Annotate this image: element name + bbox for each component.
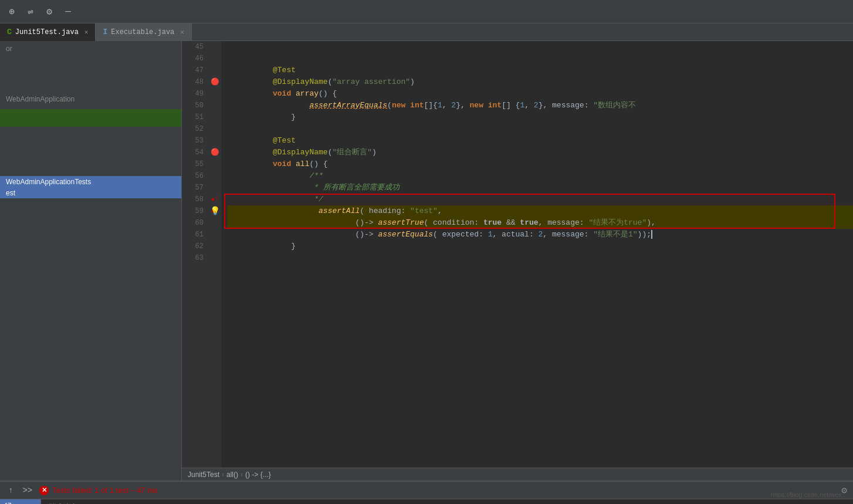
breakpoint-54[interactable]: 🔴 bbox=[208, 147, 221, 158]
tab-junit5test[interactable]: C Junit5Test.java ✕ bbox=[0, 23, 96, 41]
ln-48: 48 bbox=[182, 76, 204, 88]
code-line-63 bbox=[227, 252, 853, 264]
nav-up-button[interactable]: ↑ bbox=[6, 485, 15, 496]
ln-56: 56 bbox=[182, 170, 204, 182]
app-label: WebAdminApplication bbox=[0, 92, 181, 107]
breadcrumb-class: Junit5Test bbox=[188, 471, 219, 479]
code-line-52: @Test bbox=[227, 123, 853, 135]
tab-c-icon: C bbox=[7, 28, 12, 36]
code-line-58: assertAll( heading: "test", bbox=[227, 194, 853, 205]
selected-test[interactable]: est bbox=[0, 188, 181, 198]
tab-junit5test-close[interactable]: ✕ bbox=[84, 28, 89, 36]
breadcrumb-sep-2: › bbox=[241, 471, 243, 479]
ln-55: 55 bbox=[182, 158, 204, 170]
run-icon-59[interactable]: ▲! bbox=[208, 194, 221, 205]
code-line-47: @DisplayName("array assertion") bbox=[227, 65, 853, 76]
test-output: 测试结束了... 结果不是1 ==> expected: <1> but was… bbox=[41, 499, 853, 504]
split-icon[interactable]: ⇌ bbox=[25, 6, 36, 18]
output-line-1: 测试结束了... bbox=[47, 502, 847, 504]
ln-50: 50 bbox=[182, 100, 204, 111]
breadcrumb-method: all() bbox=[226, 471, 238, 479]
bottom-panel: ↑ >> ✕ Tests failed: 1 of 1 test – 47 ms… bbox=[0, 481, 853, 504]
settings-icon[interactable]: ⚙ bbox=[43, 6, 55, 18]
ln-52: 52 bbox=[182, 123, 204, 135]
ln-53: 53 bbox=[182, 135, 204, 147]
tab-junit5test-label: Junit5Test.java bbox=[15, 28, 79, 36]
watermark: https://blog.csdn.net/weir... bbox=[771, 491, 847, 498]
editor-area: 45 46 47 48 49 50 51 52 53 54 55 56 57 5… bbox=[182, 41, 853, 481]
breakpoint-48[interactable]: 🔴 bbox=[208, 76, 221, 88]
tab-bar: C Junit5Test.java ✕ I Executable.java ✕ bbox=[0, 23, 853, 41]
bottom-toolbar: ↑ >> ✕ Tests failed: 1 of 1 test – 47 ms… bbox=[0, 482, 853, 499]
tab-executable[interactable]: I Executable.java ✕ bbox=[96, 23, 191, 41]
ln-58: 58 bbox=[182, 194, 204, 205]
breadcrumb-lambda: () -> {...} bbox=[245, 471, 271, 479]
code-lines[interactable]: @Test @DisplayName("array assertion") vo… bbox=[221, 41, 853, 468]
ln-45: 45 bbox=[182, 41, 204, 53]
top-toolbar: ⊕ ⇌ ⚙ — bbox=[0, 0, 853, 23]
ln-46: 46 bbox=[182, 53, 204, 65]
nav-down-button[interactable]: >> bbox=[20, 485, 35, 496]
ln-57: 57 bbox=[182, 182, 204, 194]
tab-i-icon: I bbox=[103, 28, 107, 36]
tests-label[interactable]: WebAdminApplicationTests bbox=[0, 176, 181, 188]
ln-59: 59 bbox=[182, 205, 204, 217]
or-label: or bbox=[0, 41, 181, 56]
bottom-content: 47 ms 47 ms 47 ms 测试结束了... 结果不是1 ==> exp… bbox=[0, 499, 853, 504]
tab-executable-label: Executable.java bbox=[111, 28, 174, 36]
main-layout: or WebAdminApplication WebAdminApplicati… bbox=[0, 41, 853, 481]
ln-61: 61 bbox=[182, 229, 204, 241]
lightbulb-icon[interactable]: 💡 bbox=[208, 205, 221, 217]
test-failed-icon: ✕ bbox=[39, 486, 49, 495]
tab-executable-close[interactable]: ✕ bbox=[180, 28, 184, 36]
test-failed-badge: ✕ Tests failed: 1 of 1 test – 47 ms bbox=[39, 486, 157, 495]
ln-54: 54 bbox=[182, 147, 204, 158]
code-line-53: @DisplayName("组合断言") bbox=[227, 135, 853, 147]
code-content: 45 46 47 48 49 50 51 52 53 54 55 56 57 5… bbox=[182, 41, 853, 468]
breadcrumb-sep-1: › bbox=[222, 471, 224, 479]
ln-63: 63 bbox=[182, 252, 204, 264]
code-line-46: @Test bbox=[227, 53, 853, 65]
line-numbers: 45 46 47 48 49 50 51 52 53 54 55 56 57 5… bbox=[182, 41, 208, 468]
gutter: 🔴 🔴 ▲! ▲! 💡 bbox=[208, 41, 221, 468]
ln-51: 51 bbox=[182, 111, 204, 123]
ln-60: 60 bbox=[182, 217, 204, 229]
test-times: 47 ms 47 ms 47 ms bbox=[0, 499, 41, 504]
globe-icon[interactable]: ⊕ bbox=[6, 6, 18, 18]
code-line-45 bbox=[227, 41, 853, 53]
ln-47: 47 bbox=[182, 65, 204, 76]
ln-49: 49 bbox=[182, 88, 204, 100]
sidebar: or WebAdminApplication WebAdminApplicati… bbox=[0, 41, 182, 481]
ln-62: 62 bbox=[182, 241, 204, 252]
test-failed-text: Tests failed: 1 of 1 test – 47 ms bbox=[52, 486, 157, 495]
test-time-row-1[interactable]: 47 ms bbox=[0, 499, 40, 504]
code-line-62 bbox=[227, 241, 853, 252]
code-line-51 bbox=[227, 111, 853, 123]
assertall-block: assertAll( heading: "test", ()-> assertT… bbox=[227, 194, 853, 229]
breadcrumb: Junit5Test › all() › () -> {...} bbox=[182, 468, 853, 481]
minimize-icon[interactable]: — bbox=[62, 6, 74, 18]
